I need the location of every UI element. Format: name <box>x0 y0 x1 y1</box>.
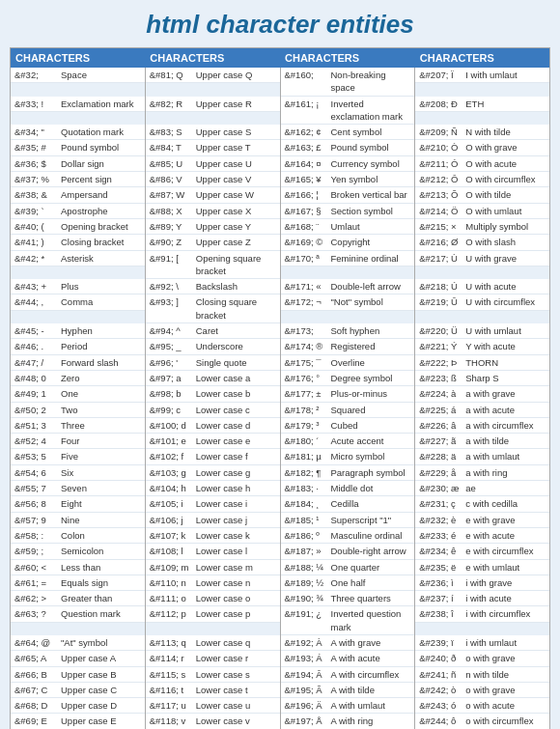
entry-desc: I with umlaut <box>465 69 546 81</box>
entry-desc: Opening square bracket <box>196 252 276 278</box>
cell-col0-row9: &#41; )Closing bracket <box>11 235 146 250</box>
entry-item: &#235; ëe with umlaut <box>415 560 549 575</box>
entry-item: &#107; kLower case k <box>146 528 280 544</box>
entry-item: &#41; )Closing bracket <box>11 235 145 250</box>
entry-desc: One <box>61 387 141 400</box>
entry-desc: Exclamation mark <box>61 98 141 110</box>
entry-desc: a with umlaut <box>465 450 546 463</box>
entry-code: &#64; @ <box>14 636 61 649</box>
entry-item: &#116; tLower case t <box>146 683 280 698</box>
entry-item: &#54; 6Six <box>11 465 145 481</box>
cell-col2-row4: &#164; ¤Currency symbol <box>280 156 415 172</box>
entry-desc: Umlaut <box>331 220 411 233</box>
entry-code: &#101; e <box>150 435 196 447</box>
entry-item: &#66; BUpper case B <box>11 667 145 683</box>
cell-col3-row19: &#226; âa with circumflex <box>415 418 550 434</box>
cell-col0-row33: &#65; AUpper case A <box>11 651 146 666</box>
entry-item: &#243; óo with acute <box>415 698 549 714</box>
cell-col1-row20: &#101; eLower case e <box>145 434 280 449</box>
entry-desc: Cent symbol <box>331 126 411 138</box>
entry-item: &#105; iLower case i <box>146 496 280 512</box>
entry-item: &#238; îi with circumflex <box>415 606 549 622</box>
cell-col0-row20: &#52; 4Four <box>11 434 146 449</box>
entry-item: &#35; #Pound symbol <box>11 140 145 155</box>
entry-code: &#164; ¤ <box>285 157 331 170</box>
entry-code: &#90; Z <box>150 236 196 248</box>
entry-desc: o with acute <box>465 699 546 712</box>
cell-col2-row31: &#191; ¿Inverted question mark <box>280 606 415 635</box>
entry-item: &#53; 5Five <box>11 449 145 464</box>
entry-desc: Lower case o <box>196 592 276 604</box>
entry-desc: o with grave <box>465 652 546 664</box>
cell-col3-row34: &#241; ñn with tilde <box>415 667 550 683</box>
entry-desc: Six <box>61 466 141 479</box>
entry-code: &#115; s <box>150 668 196 681</box>
entry-code: &#195; Ã <box>285 684 331 696</box>
cell-col0-row6: &#38; &Ampersand <box>11 187 146 203</box>
entry-item: &#225; áa with acute <box>415 403 549 418</box>
cell-col2-row12: &#172; ¬"Not" symbol <box>280 294 415 323</box>
table-row: &#46; .Period&#95; _Underscore&#174; ®Re… <box>11 339 550 354</box>
cell-col1-row22: &#103; gLower case g <box>145 465 280 481</box>
entry-desc: A with acute <box>331 652 411 664</box>
cell-col3-row36: &#243; óo with acute <box>415 698 550 714</box>
entry-code: &#235; ë <box>419 561 465 574</box>
table-row: &#66; BUpper case B&#115; sLower case s&… <box>11 667 550 683</box>
header-row: CHARACTERSCHARACTERSCHARACTERSCHARACTERS <box>11 48 550 69</box>
entry-desc: c with cedilla <box>465 497 546 510</box>
entry-item: &#185; ¹Superscript "1" <box>281 513 415 528</box>
entry-item: &#217; ÙU with grave <box>415 251 549 266</box>
entry-code: &#234; ê <box>419 545 465 557</box>
entry-code: &#192; À <box>285 636 331 649</box>
entry-code: &#216; Ø <box>419 236 465 248</box>
entry-item: &#85; UUpper case U <box>146 156 280 172</box>
entry-item: &#213; ÕO with tilde <box>415 187 549 203</box>
cell-col3-row37: &#244; ôo with circumflex <box>415 714 550 729</box>
cell-col3-row5: &#212; ÔO with circumflex <box>415 172 550 187</box>
cell-col3-row10: &#217; ÙU with grave <box>415 251 550 280</box>
entry-item: &#47; /Forward slash <box>11 355 145 371</box>
entry-item: &#184; ¸Cedilla <box>281 496 415 512</box>
cell-col2-row11: &#171; «Double-left arrow <box>280 279 415 294</box>
cell-col1-row31: &#112; pLower case p <box>145 606 280 635</box>
entry-desc: One half <box>331 576 411 589</box>
table-row: &#60; <Less than&#109; mLower case m&#18… <box>11 560 550 575</box>
entry-desc: U with umlaut <box>465 324 546 337</box>
cell-col0-row0: &#32;Space <box>11 68 146 97</box>
cell-col3-row32: &#239; ïi with umlaut <box>415 635 550 651</box>
entry-desc: Period <box>61 340 141 352</box>
entry-item: &#241; ñn with tilde <box>415 667 549 683</box>
table-row: &#63; ?Question mark&#112; pLower case p… <box>11 606 550 635</box>
entry-desc: A with circumflex <box>331 668 411 681</box>
entry-code: &#218; Ú <box>419 280 465 293</box>
entry-code: &#40; ( <box>14 220 61 233</box>
cell-col2-row27: &#187; »Double-right arrow <box>280 544 415 559</box>
entry-code: &#179; ³ <box>285 419 331 432</box>
entry-code: &#110; n <box>150 576 196 589</box>
entry-desc: Upper case Z <box>196 236 276 248</box>
cell-col0-row3: &#35; #Pound symbol <box>11 140 146 155</box>
entry-desc: Lower case l <box>196 545 276 557</box>
entry-code: &#86; V <box>150 173 196 185</box>
entry-item: &#92; \Backslash <box>146 279 280 294</box>
entry-desc: o with circumflex <box>465 715 546 727</box>
entry-desc: ETH <box>465 98 546 110</box>
entry-code: &#91; [ <box>150 252 196 278</box>
cell-col0-row11: &#43; +Plus <box>11 279 146 294</box>
entry-item: &#244; ôo with circumflex <box>415 714 549 729</box>
entry-code: &#169; © <box>285 236 331 248</box>
entry-item: &#95; _Underscore <box>146 339 280 354</box>
entry-desc: Lower case f <box>196 450 276 463</box>
cell-col3-row14: &#221; ÝY with acute <box>415 339 550 354</box>
entry-desc: Lower case n <box>196 576 276 589</box>
entry-code: &#93; ] <box>150 295 196 322</box>
cell-col1-row21: &#102; fLower case f <box>145 449 280 464</box>
entry-code: &#217; Ù <box>419 252 465 265</box>
entry-item: &#195; ÃA with tilde <box>281 683 415 698</box>
cell-col3-row22: &#229; åa with ring <box>415 465 550 481</box>
entry-item: &#61; =Equals sign <box>11 575 145 591</box>
table-row: &#67; CUpper case C&#116; tLower case t&… <box>11 683 550 698</box>
cell-col2-row26: &#186; ºMasculine ordinal <box>280 528 415 544</box>
entry-item: &#98; bLower case b <box>146 386 280 402</box>
cell-col2-row6: &#166; ¦Broken vertical bar <box>280 187 415 203</box>
